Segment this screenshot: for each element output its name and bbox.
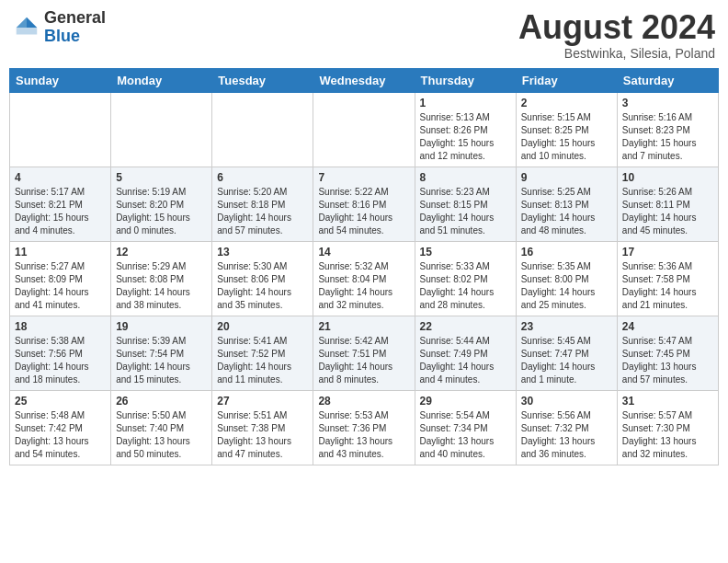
day-number: 1	[420, 97, 511, 109]
calendar-cell: 9Sunrise: 5:25 AM Sunset: 8:13 PM Daylig…	[516, 167, 617, 241]
day-info: Sunrise: 5:20 AM Sunset: 8:18 PM Dayligh…	[217, 186, 308, 237]
day-number: 24	[622, 320, 713, 333]
day-info: Sunrise: 5:38 AM Sunset: 7:56 PM Dayligh…	[15, 335, 106, 386]
day-info: Sunrise: 5:16 AM Sunset: 8:23 PM Dayligh…	[622, 111, 713, 163]
calendar-cell	[313, 92, 415, 167]
calendar-cell: 14Sunrise: 5:32 AM Sunset: 8:04 PM Dayli…	[313, 241, 415, 316]
calendar-cell: 21Sunrise: 5:42 AM Sunset: 7:51 PM Dayli…	[313, 316, 415, 390]
day-info: Sunrise: 5:36 AM Sunset: 7:58 PM Dayligh…	[622, 260, 713, 312]
logo-text: General Blue	[44, 9, 106, 46]
calendar-week-row: 4Sunrise: 5:17 AM Sunset: 8:21 PM Daylig…	[10, 167, 719, 241]
day-number: 9	[521, 171, 612, 184]
day-info: Sunrise: 5:23 AM Sunset: 8:15 PM Dayligh…	[420, 186, 511, 237]
weekday-header-saturday: Saturday	[617, 68, 718, 92]
day-number: 21	[318, 320, 409, 333]
calendar-cell: 10Sunrise: 5:26 AM Sunset: 8:11 PM Dayli…	[617, 167, 718, 241]
day-info: Sunrise: 5:42 AM Sunset: 7:51 PM Dayligh…	[318, 335, 409, 386]
weekday-header-friday: Friday	[516, 68, 617, 92]
day-number: 2	[521, 97, 612, 109]
day-number: 17	[622, 246, 713, 259]
calendar-cell: 22Sunrise: 5:44 AM Sunset: 7:49 PM Dayli…	[415, 316, 516, 390]
day-number: 7	[318, 171, 409, 184]
calendar-cell: 13Sunrise: 5:30 AM Sunset: 8:06 PM Dayli…	[212, 241, 313, 316]
day-info: Sunrise: 5:35 AM Sunset: 8:00 PM Dayligh…	[521, 260, 612, 312]
title-block: August 2024 Bestwinka, Silesia, Poland	[518, 9, 715, 61]
day-number: 20	[217, 320, 308, 333]
day-info: Sunrise: 5:30 AM Sunset: 8:06 PM Dayligh…	[217, 260, 308, 312]
day-number: 31	[622, 395, 713, 408]
day-info: Sunrise: 5:45 AM Sunset: 7:47 PM Dayligh…	[521, 335, 612, 386]
calendar-week-row: 11Sunrise: 5:27 AM Sunset: 8:09 PM Dayli…	[10, 241, 719, 316]
day-number: 14	[318, 246, 409, 259]
day-info: Sunrise: 5:54 AM Sunset: 7:34 PM Dayligh…	[420, 409, 511, 461]
calendar-cell: 31Sunrise: 5:57 AM Sunset: 7:30 PM Dayli…	[617, 390, 718, 465]
calendar-cell: 6Sunrise: 5:20 AM Sunset: 8:18 PM Daylig…	[212, 167, 313, 241]
calendar-cell: 17Sunrise: 5:36 AM Sunset: 7:58 PM Dayli…	[617, 241, 718, 316]
weekday-header-monday: Monday	[111, 68, 212, 92]
day-number: 23	[521, 320, 612, 333]
day-info: Sunrise: 5:56 AM Sunset: 7:32 PM Dayligh…	[521, 409, 612, 461]
day-info: Sunrise: 5:57 AM Sunset: 7:30 PM Dayligh…	[622, 409, 713, 461]
day-info: Sunrise: 5:22 AM Sunset: 8:16 PM Dayligh…	[318, 186, 409, 237]
day-info: Sunrise: 5:17 AM Sunset: 8:21 PM Dayligh…	[15, 186, 106, 237]
day-number: 11	[15, 246, 106, 259]
calendar-week-row: 18Sunrise: 5:38 AM Sunset: 7:56 PM Dayli…	[10, 316, 719, 390]
day-number: 27	[217, 395, 308, 408]
calendar-table: SundayMondayTuesdayWednesdayThursdayFrid…	[9, 68, 719, 465]
day-info: Sunrise: 5:39 AM Sunset: 7:54 PM Dayligh…	[116, 335, 207, 386]
day-info: Sunrise: 5:15 AM Sunset: 8:25 PM Dayligh…	[521, 111, 612, 163]
day-info: Sunrise: 5:13 AM Sunset: 8:26 PM Dayligh…	[420, 111, 511, 163]
day-number: 28	[318, 395, 409, 408]
day-number: 13	[217, 246, 308, 259]
calendar-cell: 11Sunrise: 5:27 AM Sunset: 8:09 PM Dayli…	[10, 241, 111, 316]
day-info: Sunrise: 5:27 AM Sunset: 8:09 PM Dayligh…	[15, 260, 106, 312]
day-number: 6	[217, 171, 308, 184]
svg-rect-2	[17, 28, 38, 35]
weekday-header-row: SundayMondayTuesdayWednesdayThursdayFrid…	[10, 68, 719, 92]
calendar-cell: 15Sunrise: 5:33 AM Sunset: 8:02 PM Dayli…	[415, 241, 516, 316]
calendar-cell	[212, 92, 313, 167]
calendar-cell: 24Sunrise: 5:47 AM Sunset: 7:45 PM Dayli…	[617, 316, 718, 390]
day-info: Sunrise: 5:44 AM Sunset: 7:49 PM Dayligh…	[420, 335, 511, 386]
day-info: Sunrise: 5:41 AM Sunset: 7:52 PM Dayligh…	[217, 335, 308, 386]
day-info: Sunrise: 5:25 AM Sunset: 8:13 PM Dayligh…	[521, 186, 612, 237]
calendar-cell: 16Sunrise: 5:35 AM Sunset: 8:00 PM Dayli…	[516, 241, 617, 316]
calendar-cell: 2Sunrise: 5:15 AM Sunset: 8:25 PM Daylig…	[516, 92, 617, 167]
day-number: 29	[420, 395, 511, 408]
day-number: 5	[116, 171, 207, 184]
calendar-cell: 1Sunrise: 5:13 AM Sunset: 8:26 PM Daylig…	[415, 92, 516, 167]
day-number: 22	[420, 320, 511, 333]
day-number: 25	[15, 395, 106, 408]
calendar-cell: 26Sunrise: 5:50 AM Sunset: 7:40 PM Dayli…	[111, 390, 212, 465]
calendar-cell: 12Sunrise: 5:29 AM Sunset: 8:08 PM Dayli…	[111, 241, 212, 316]
day-number: 26	[116, 395, 207, 408]
day-info: Sunrise: 5:48 AM Sunset: 7:42 PM Dayligh…	[15, 409, 106, 461]
logo-icon	[13, 14, 40, 41]
svg-marker-1	[17, 17, 27, 28]
day-number: 4	[15, 171, 106, 184]
calendar-cell: 7Sunrise: 5:22 AM Sunset: 8:16 PM Daylig…	[313, 167, 415, 241]
day-info: Sunrise: 5:32 AM Sunset: 8:04 PM Dayligh…	[318, 260, 409, 312]
day-info: Sunrise: 5:26 AM Sunset: 8:11 PM Dayligh…	[622, 186, 713, 237]
day-number: 12	[116, 246, 207, 259]
day-number: 3	[622, 97, 713, 109]
calendar-cell: 19Sunrise: 5:39 AM Sunset: 7:54 PM Dayli…	[111, 316, 212, 390]
svg-marker-0	[27, 17, 37, 28]
weekday-header-sunday: Sunday	[10, 68, 111, 92]
day-info: Sunrise: 5:29 AM Sunset: 8:08 PM Dayligh…	[116, 260, 207, 312]
day-info: Sunrise: 5:50 AM Sunset: 7:40 PM Dayligh…	[116, 409, 207, 461]
calendar-cell: 25Sunrise: 5:48 AM Sunset: 7:42 PM Dayli…	[10, 390, 111, 465]
day-info: Sunrise: 5:47 AM Sunset: 7:45 PM Dayligh…	[622, 335, 713, 386]
calendar-cell: 8Sunrise: 5:23 AM Sunset: 8:15 PM Daylig…	[415, 167, 516, 241]
day-number: 8	[420, 171, 511, 184]
day-info: Sunrise: 5:51 AM Sunset: 7:38 PM Dayligh…	[217, 409, 308, 461]
day-info: Sunrise: 5:53 AM Sunset: 7:36 PM Dayligh…	[318, 409, 409, 461]
calendar-cell: 30Sunrise: 5:56 AM Sunset: 7:32 PM Dayli…	[516, 390, 617, 465]
day-number: 10	[622, 171, 713, 184]
calendar-cell: 3Sunrise: 5:16 AM Sunset: 8:23 PM Daylig…	[617, 92, 718, 167]
day-number: 19	[116, 320, 207, 333]
calendar-cell: 29Sunrise: 5:54 AM Sunset: 7:34 PM Dayli…	[415, 390, 516, 465]
calendar-cell: 5Sunrise: 5:19 AM Sunset: 8:20 PM Daylig…	[111, 167, 212, 241]
day-number: 18	[15, 320, 106, 333]
location-subtitle: Bestwinka, Silesia, Poland	[518, 46, 715, 61]
